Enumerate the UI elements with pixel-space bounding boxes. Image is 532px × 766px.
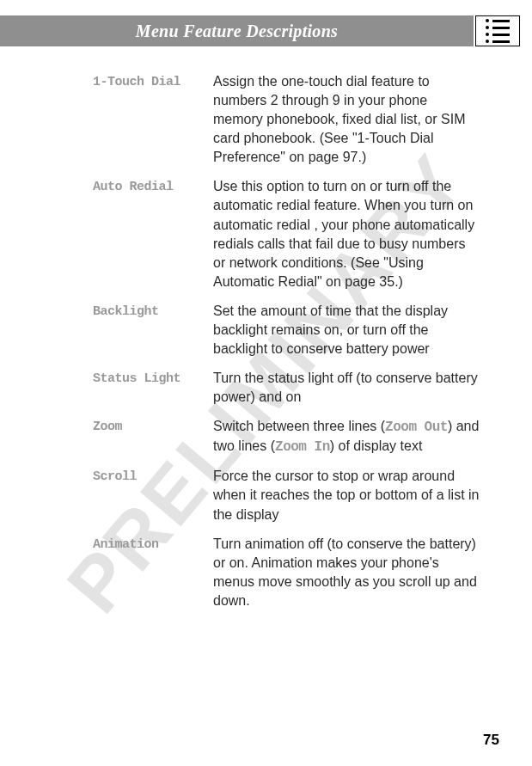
list-icon-box (475, 15, 520, 46)
header-bar: Menu Feature Descriptions (0, 15, 532, 46)
inline-mono: Zoom Out (385, 420, 448, 435)
definition-item: Status Light Turn the status light off (… (93, 369, 480, 407)
term-label: Status Light (93, 369, 213, 388)
term-label: Backlight (93, 302, 213, 321)
inline-mono: Zoom In (275, 439, 330, 455)
term-description: Turn animation off (to conserve the batt… (213, 535, 480, 610)
definition-item: Scroll Force the cursor to stop or wrap … (93, 467, 480, 524)
term-label: Scroll (93, 467, 213, 486)
list-icon (486, 19, 510, 43)
term-label: Zoom (93, 417, 213, 436)
definition-item: Animation Turn animation off (to conserv… (93, 535, 480, 610)
page-number: 75 (483, 732, 499, 749)
term-description: Assign the one-touch dial feature to num… (213, 72, 480, 167)
term-label: Animation (93, 535, 213, 554)
term-description: Switch between three lines (Zoom Out) an… (213, 417, 480, 457)
definition-item: 1-Touch Dial Assign the one-touch dial f… (93, 72, 480, 167)
term-description: Use this option to turn on or turn off t… (213, 177, 480, 291)
definition-item: Auto Redial Use this option to turn on o… (93, 177, 480, 291)
term-label: Auto Redial (93, 177, 213, 196)
term-description: Force the cursor to stop or wrap around … (213, 467, 480, 524)
term-description: Turn the status light off (to conserve b… (213, 369, 480, 407)
definition-item: Zoom Switch between three lines (Zoom Ou… (93, 417, 480, 457)
definition-item: Backlight Set the amount of time that th… (93, 302, 480, 358)
content-area: 1-Touch Dial Assign the one-touch dial f… (0, 46, 532, 610)
term-description: Set the amount of time that the display … (213, 302, 480, 358)
header-title: Menu Feature Descriptions (0, 15, 474, 46)
term-label: 1-Touch Dial (93, 72, 213, 91)
